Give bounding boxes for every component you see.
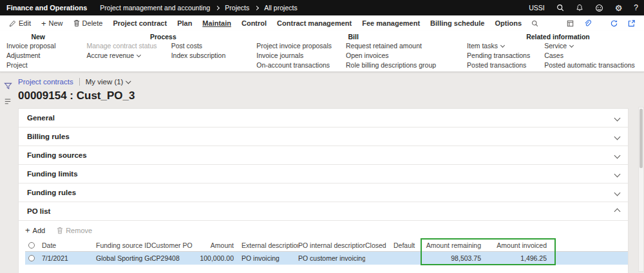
help-icon[interactable]: ? [628, 3, 644, 12]
menu-item-index-subscription[interactable]: Index subscription [171, 51, 226, 61]
menu-item-post-costs[interactable]: Post costs [171, 41, 226, 51]
column-header-amount[interactable]: Amount [198, 241, 238, 249]
refresh-icon[interactable] [607, 19, 621, 28]
delete-button-label: Delete [82, 19, 103, 27]
column-header-po-internal-description[interactable]: PO internal description [298, 241, 365, 249]
tab-plan[interactable]: Plan [172, 19, 197, 27]
section-label: Funding sources [27, 151, 87, 159]
cell-funding-source-id[interactable]: Global Sporting Go [96, 254, 151, 262]
office-icon[interactable] [563, 19, 578, 28]
menu-item-pending-transactions[interactable]: Pending transactions [467, 51, 530, 61]
breadcrumb-area[interactable]: Projects [222, 4, 252, 12]
cell-amount[interactable]: 100,000.00 [198, 254, 238, 262]
section-billing-rules[interactable]: Billing rules [19, 127, 628, 146]
main-panel: Project contracts My view (1) 00009154 :… [15, 72, 644, 273]
breadcrumb-page[interactable]: All projects [261, 4, 299, 12]
settings-gear-icon[interactable]: ⚙ [609, 4, 629, 12]
column-header-default[interactable]: Default [393, 241, 423, 249]
cell-date[interactable]: 7/1/2021 [42, 254, 96, 262]
tab-control[interactable]: Control [236, 19, 272, 27]
column-header-amount-invoiced[interactable]: Amount invoiced [481, 241, 553, 249]
column-header-customer-po[interactable]: Customer PO [151, 241, 198, 249]
edit-button[interactable]: Edit [4, 19, 36, 27]
chevron-down-icon [137, 52, 141, 57]
section-funding-limits[interactable]: Funding limits [19, 165, 628, 184]
action-search-icon[interactable] [527, 20, 543, 27]
select-all-cell[interactable] [25, 242, 42, 249]
breadcrumb-module[interactable]: Project management and accounting [97, 4, 213, 12]
po-grid-row-selected[interactable]: 7/1/2021 Global Sporting Go CP29408 100,… [25, 252, 628, 265]
fasttab-card: General Billing rules Funding sources Fu… [18, 108, 629, 273]
column-header-funding-source-id[interactable]: Funding source ID [96, 241, 151, 249]
tab-maintain[interactable]: Maintain [197, 19, 236, 27]
menu-item-role-billing-descriptions-group[interactable]: Role billing descriptions group [346, 61, 436, 70]
select-all-radio[interactable] [28, 242, 35, 249]
left-tool-rail [0, 72, 15, 273]
menu-item-project[interactable]: Project [6, 61, 55, 70]
menu-item-invoice-journals[interactable]: Invoice journals [256, 51, 332, 61]
column-header-closed[interactable]: Closed [365, 241, 393, 249]
menu-item-cases[interactable]: Cases [544, 51, 635, 61]
chevron-right-icon [215, 5, 220, 10]
plus-icon: + [25, 226, 30, 234]
chevron-down-icon [614, 152, 621, 158]
column-header-external-description[interactable]: External description [238, 241, 298, 249]
delete-button[interactable]: Delete [68, 19, 108, 27]
column-header-date[interactable]: Date [42, 241, 96, 249]
menu-item-service[interactable]: Service [544, 41, 635, 51]
column-header-amount-remaining[interactable]: Amount remaining [423, 241, 481, 249]
vertical-scrollbar[interactable] [638, 107, 644, 272]
chevron-up-icon [614, 208, 621, 214]
tab-options[interactable]: Options [489, 19, 527, 27]
tab-project-contract[interactable]: Project contract [108, 19, 172, 27]
section-general[interactable]: General [19, 109, 628, 127]
section-label: Billing rules [27, 133, 70, 140]
tab-billing-schedule[interactable]: Billing schedule [425, 19, 489, 27]
po-list-toolbar: + Add Remove [25, 223, 628, 238]
sidebar-list-icon[interactable] [4, 98, 12, 105]
menu-item-open-invoices[interactable]: Open invoices [346, 51, 436, 61]
cell-external-description[interactable]: PO invoicing [238, 254, 298, 262]
menu-item-on-account-transactions[interactable]: On-account transactions [256, 61, 332, 70]
menu-item-accrue-revenue[interactable]: Accrue revenue [86, 51, 156, 61]
menu-item-posted-transactions[interactable]: Posted transactions [467, 61, 530, 70]
menu-item-project-invoice-proposals[interactable]: Project invoice proposals [256, 41, 332, 51]
add-button-label: Add [33, 227, 46, 234]
scrollbar-thumb[interactable] [639, 109, 643, 168]
edit-button-label: Edit [19, 19, 31, 27]
app-title[interactable]: Finance and Operations [0, 4, 97, 12]
menu-item-posted-automatic-transactions[interactable]: Posted automatic transactions [544, 61, 635, 70]
tab-contract-management[interactable]: Contract management [272, 19, 357, 27]
trash-icon [73, 19, 80, 27]
cell-amount-invoiced[interactable]: 1,496.25 [481, 254, 553, 262]
menu-item-invoice-proposal[interactable]: Invoice proposal [6, 41, 55, 51]
cell-customer-po[interactable]: CP29408 [151, 254, 198, 262]
feedback-smiley-icon[interactable] [589, 4, 609, 12]
search-icon[interactable] [551, 4, 570, 12]
row-select-radio[interactable] [28, 255, 35, 261]
section-po-list[interactable]: PO list [19, 202, 628, 221]
row-select-cell[interactable] [25, 255, 42, 261]
menu-item-item-tasks[interactable]: Item tasks [467, 41, 530, 51]
remove-button[interactable]: Remove [57, 227, 92, 234]
open-in-new-window-icon[interactable] [624, 19, 639, 28]
chevron-down-icon [126, 79, 131, 84]
filter-icon[interactable] [4, 82, 12, 90]
view-selector[interactable]: My view (1) [86, 78, 131, 86]
page-breadcrumb-row: Project contracts My view (1) [18, 78, 636, 86]
attachments-icon[interactable] [580, 19, 595, 28]
new-button[interactable]: + New [36, 19, 68, 28]
menu-item-request-retained-amount[interactable]: Request retained amount [346, 41, 436, 51]
cell-amount-remaining[interactable]: 98,503.75 [423, 254, 481, 262]
po-grid-header-row: Date Funding source ID Customer PO Amoun… [25, 239, 628, 252]
remove-button-label: Remove [66, 227, 92, 234]
notifications-bell-icon[interactable] [570, 4, 589, 12]
section-funding-sources[interactable]: Funding sources [19, 146, 628, 165]
menu-item-adjustment[interactable]: Adjustment [6, 51, 55, 61]
tab-fee-management[interactable]: Fee management [357, 19, 425, 27]
section-label: Funding rules [27, 189, 76, 196]
section-funding-rules[interactable]: Funding rules [19, 184, 628, 202]
back-to-list-link[interactable]: Project contracts [18, 78, 73, 86]
add-button[interactable]: + Add [25, 226, 45, 234]
cell-po-internal-description[interactable]: PO customer invoicing [298, 254, 365, 262]
